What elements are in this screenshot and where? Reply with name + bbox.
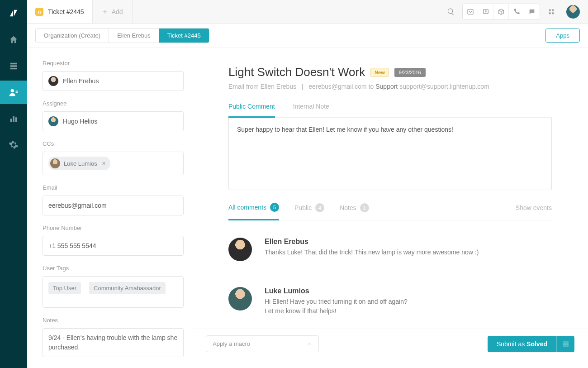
requestor-name: Ellen Erebus <box>63 77 99 85</box>
nav-views[interactable] <box>0 54 27 78</box>
email-field[interactable]: eerebus@gmail.com <box>43 196 184 215</box>
tab-title: Ticket #2445 <box>48 8 84 15</box>
comment-avatar <box>228 287 252 311</box>
conversations-icon[interactable] <box>463 4 478 19</box>
crumb-organization[interactable]: Organization (Create) <box>36 29 109 43</box>
breadcrumbs: Organization (Create) Ellen Erebus Ticke… <box>35 28 209 43</box>
svg-rect-13 <box>552 12 554 14</box>
app-logo-icon <box>7 6 20 20</box>
tab-internal-note[interactable]: Internal Note <box>293 103 329 117</box>
apply-macro-dropdown[interactable]: Apply a macro <box>206 335 319 352</box>
topbar-actions <box>435 0 588 23</box>
email-value: eerebus@gmail.com <box>48 202 107 209</box>
tags-label: User Tags <box>43 265 184 272</box>
submit-button[interactable]: Submit as Solved <box>488 336 556 352</box>
requestor-label: Requestor <box>43 60 184 67</box>
person-avatar-icon <box>50 158 60 168</box>
user-tag[interactable]: Community Amabassador <box>89 282 166 294</box>
svg-rect-5 <box>10 119 12 122</box>
user-tag[interactable]: Top User <box>48 282 81 294</box>
comment-avatar <box>228 238 252 261</box>
svg-rect-6 <box>13 116 14 122</box>
email-label: Email <box>43 184 184 191</box>
svg-marker-1 <box>14 10 17 16</box>
svg-rect-3 <box>16 91 18 91</box>
phone-icon[interactable] <box>509 4 524 19</box>
crumb-user[interactable]: Ellen Erebus <box>109 29 159 43</box>
count-badge: 4 <box>315 203 324 212</box>
comment-filter-tabs: All comments 5 Public 4 Notes 1 Show eve… <box>228 203 552 220</box>
ccs-label: CCs <box>43 140 184 147</box>
person-avatar-icon <box>48 76 58 86</box>
compose-textarea[interactable]: Super happy to hear that Ellen! Let me k… <box>228 118 552 190</box>
nav-home[interactable] <box>0 28 27 52</box>
ticket-footer: Apply a macro Submit as Solved <box>192 329 588 358</box>
submit-group: Submit as Solved <box>488 336 574 352</box>
workspace-tab[interactable]: n Ticket #2445 <box>27 0 93 23</box>
submit-menu-button[interactable] <box>556 336 574 352</box>
notes-field[interactable]: 9/24 - Ellen's having trouble with the l… <box>43 328 184 357</box>
svg-rect-7 <box>15 117 17 122</box>
compose-text: Super happy to hear that Ellen! Let me k… <box>237 126 453 133</box>
svg-marker-0 <box>10 10 13 17</box>
cc-chip[interactable]: Luke Lumios ✕ <box>48 157 110 170</box>
filter-notes[interactable]: Notes 1 <box>340 203 369 220</box>
user-avatar[interactable] <box>566 5 580 19</box>
ccs-field[interactable]: Luke Lumios ✕ <box>43 152 184 175</box>
chevron-up-icon <box>307 341 312 347</box>
macro-label: Apply a macro <box>213 340 250 347</box>
filter-all-comments[interactable]: All comments 5 <box>228 203 279 220</box>
ticket-title-row: Light Switch Doesn't Work New 9/23/2016 <box>228 65 552 79</box>
comment-author: Luke Lumios <box>265 287 408 295</box>
add-tab-button[interactable]: Add <box>93 0 133 23</box>
comment-item: Ellen Erebus Thanks Luke! That did the t… <box>228 225 552 274</box>
requestor-field[interactable]: Ellen Erebus <box>43 71 184 91</box>
search-icon[interactable] <box>443 4 459 19</box>
cc-name: Luke Lumios <box>64 160 97 167</box>
count-badge: 5 <box>270 203 279 212</box>
phone-label: Phone Number <box>43 225 184 231</box>
menu-icon <box>562 340 570 348</box>
svg-rect-10 <box>549 9 551 11</box>
compose-tabs: Public Comment Internal Note <box>228 103 552 118</box>
comment-body: Hi Ellen! Have you tried turning it on a… <box>265 297 408 316</box>
tab-badge: n <box>35 8 43 16</box>
comment-item: Luke Lumios Hi Ellen! Have you tried tur… <box>228 274 552 329</box>
ticket-content: Light Switch Doesn't Work New 9/23/2016 … <box>192 48 588 368</box>
chat-icon[interactable] <box>524 4 540 19</box>
nav-reporting[interactable] <box>0 107 27 130</box>
topbar: n Ticket #2445 Add <box>27 0 588 24</box>
remove-cc-icon[interactable]: ✕ <box>102 161 106 167</box>
notes-value: 9/24 - Ellen's having trouble with the l… <box>48 333 178 352</box>
apps-menu-icon[interactable] <box>544 4 559 19</box>
nav-customers[interactable] <box>0 81 27 104</box>
nav-admin[interactable] <box>0 133 27 157</box>
channel-icons <box>462 4 540 20</box>
ticket-header: Light Switch Doesn't Work New 9/23/2016 … <box>192 48 588 90</box>
phone-field[interactable]: +1 555 555 5544 <box>43 236 184 256</box>
ticket-meta: Email from Ellen Erebus | eerebus@gmail.… <box>228 83 552 90</box>
show-events-link[interactable]: Show events <box>516 204 552 219</box>
tab-public-comment[interactable]: Public Comment <box>228 103 275 118</box>
count-badge: 1 <box>360 203 369 212</box>
apps-button[interactable]: Apps <box>545 29 580 43</box>
comment-author: Ellen Erebus <box>265 238 479 246</box>
notes-label: Notes <box>43 317 184 324</box>
talk-icon[interactable] <box>478 4 493 19</box>
assignee-label: Assignee <box>43 100 184 107</box>
crumb-ticket[interactable]: Ticket #2445 <box>159 29 209 43</box>
filter-public[interactable]: Public 4 <box>294 203 324 220</box>
ticket-sidebar: Requestor Ellen Erebus Assignee Hugo Hel… <box>27 48 192 368</box>
left-rail <box>0 0 27 368</box>
add-label: Add <box>112 8 123 15</box>
assignee-field[interactable]: Hugo Helios <box>43 111 184 131</box>
date-badge: 9/23/2016 <box>394 68 426 77</box>
tags-field[interactable]: Top User Community Amabassador <box>43 276 184 308</box>
package-icon[interactable] <box>493 4 509 19</box>
assignee-name: Hugo Helios <box>63 118 97 125</box>
svg-point-2 <box>11 89 14 92</box>
comment-body: Thanks Luke! That did the trick! This ne… <box>265 248 479 257</box>
svg-rect-11 <box>552 9 554 11</box>
svg-rect-4 <box>16 92 18 93</box>
subheader: Organization (Create) Ellen Erebus Ticke… <box>27 24 588 48</box>
